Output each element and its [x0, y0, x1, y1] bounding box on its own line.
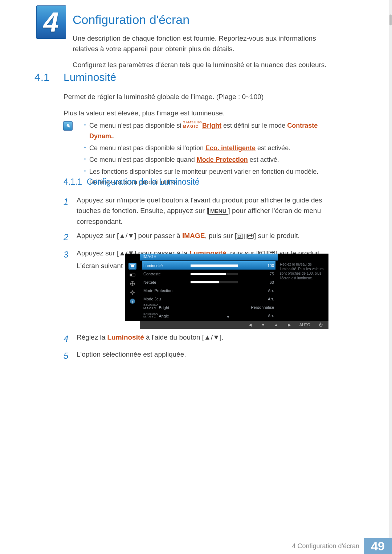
note-item-1: Ce menu n'est pas disponible si SAMSUNGM… — [84, 120, 337, 141]
osd-row-label: Luminosité — [143, 263, 191, 268]
osd-row-label: SAMSUNGMAGICAngle — [143, 313, 191, 318]
note-icon: ✎ — [63, 121, 73, 131]
scrollbar[interactable] — [389, 0, 392, 554]
osd-row-value: 75 — [241, 272, 274, 276]
svg-text:i: i — [132, 299, 133, 303]
nav-auto-label: AUTO — [299, 323, 310, 327]
osd-row-value: 60 — [241, 280, 274, 284]
osd-row: Netteté60 — [142, 278, 275, 286]
osd-slider — [191, 273, 238, 275]
page-footer: 4 Configuration d'écran 49 — [0, 538, 392, 554]
chapter-number: 4 — [44, 8, 59, 36]
footer-page-number: 49 — [364, 538, 392, 554]
menu-key-icon: MENU — [208, 208, 228, 215]
osd-row: Contraste75 — [142, 270, 275, 278]
osd-screenshot: i IMAGE Luminosité100Contraste75Netteté6… — [125, 254, 328, 321]
step-4: 4 Réglez la Luminosité à l'aide du bouto… — [64, 332, 334, 345]
osd-row-label: Mode Protection — [143, 288, 191, 293]
osd-slider — [191, 264, 238, 267]
note-item-3: Ce menu n'est pas disponible quand Mode … — [84, 155, 337, 165]
osd-row: Luminosité100 — [142, 261, 275, 270]
osd-row: Mode JeuArr. — [142, 295, 275, 303]
intro-paragraph-1: Une description de chaque fonction est f… — [73, 33, 334, 54]
osd-slider — [191, 281, 238, 283]
osd-icon-info: i — [128, 298, 136, 304]
intro-paragraph-2: Configurez les paramètres d'écran tels q… — [73, 60, 334, 70]
osd-row-label: Contraste — [143, 272, 191, 276]
footer-chapter-label: 4 Configuration d'écran — [292, 538, 364, 554]
osd-help-text: Réglez le niveau de luminosité. Plus les… — [278, 254, 328, 321]
svg-point-10 — [131, 291, 134, 294]
section41-p2: Plus la valeur est élevée, plus l'image … — [64, 108, 334, 119]
osd-row-label: Mode Jeu — [143, 297, 191, 301]
osd-row-value: Personnalisé — [241, 305, 274, 309]
nav-power-icon: ⏻ — [318, 323, 323, 327]
section-title: Luminosité — [64, 71, 116, 83]
source-enter-icon — [237, 233, 254, 239]
nav-left-icon: ◀ — [247, 323, 253, 327]
nav-right-icon: ▶ — [286, 323, 292, 327]
svg-rect-1 — [238, 235, 240, 237]
section41-p1: Permet de régler la luminosité globale d… — [64, 92, 334, 102]
chapter-title: Configuration d'écran — [73, 13, 189, 27]
steps-list-cont: 4 Réglez la Luminosité à l'aide du bouto… — [64, 332, 334, 366]
osd-row: Mode ProtectionArr. — [142, 286, 275, 295]
svg-rect-9 — [130, 274, 132, 276]
osd-icon-picture — [128, 263, 136, 270]
osd-row-value: Arr. — [241, 297, 274, 301]
osd-row-value: Arr. — [241, 313, 274, 318]
osd-icon-settings — [128, 289, 136, 296]
osd-row: SAMSUNGMAGICAngleArr. — [142, 311, 275, 320]
chapter-badge: 4 — [36, 5, 66, 39]
link-mode-protection: Mode Protection — [197, 156, 248, 163]
svg-rect-7 — [131, 265, 134, 267]
osd-icon-color — [128, 272, 136, 278]
osd-nav-bar: ◀ ▼ ▲ ▶ AUTO ⏻ — [125, 321, 328, 329]
osd-row: SAMSUNGMAGICBrightPersonnalisé — [142, 303, 275, 311]
note-item-2: Ce menu n'est pas disponible si l'option… — [84, 143, 337, 153]
section-body: Permet de régler la luminosité globale d… — [64, 92, 334, 124]
osd-row-value: Arr. — [241, 288, 274, 293]
osd-row-label: Netteté — [143, 280, 191, 284]
section-number: 4.1 — [34, 71, 50, 83]
osd-main-panel: IMAGE Luminosité100Contraste75Netteté60M… — [140, 254, 278, 321]
scrollbar-thumb[interactable] — [389, 15, 392, 25]
step-2: 2 Appuyez sur [▲/▼] pour passer à IMAGE,… — [64, 230, 334, 244]
osd-row-value: 100 — [241, 263, 274, 268]
osd-scroll-indicator: ▼ — [226, 315, 230, 319]
nav-down-icon: ▼ — [260, 323, 266, 327]
subsection-heading: 4.1.1 Configuration de la Luminosité — [64, 177, 334, 187]
samsung-magic-label: SAMSUNGMAGIC — [183, 121, 203, 130]
osd-icon-size — [128, 280, 136, 287]
osd-sidebar: i — [125, 254, 140, 321]
osd-header: IMAGE — [140, 254, 278, 260]
step-5: 5 L'option sélectionnée est appliquée. — [64, 349, 334, 362]
nav-up-icon: ▲ — [273, 323, 279, 327]
step-1: 1 Appuyez sur n'importe quel bouton à l'… — [64, 195, 334, 227]
link-eco-intelligente: Eco. intelligente — [205, 144, 256, 152]
osd-row-label: SAMSUNGMAGICBright — [143, 304, 191, 310]
chapter-intro: Une description de chaque fonction est f… — [73, 33, 334, 76]
